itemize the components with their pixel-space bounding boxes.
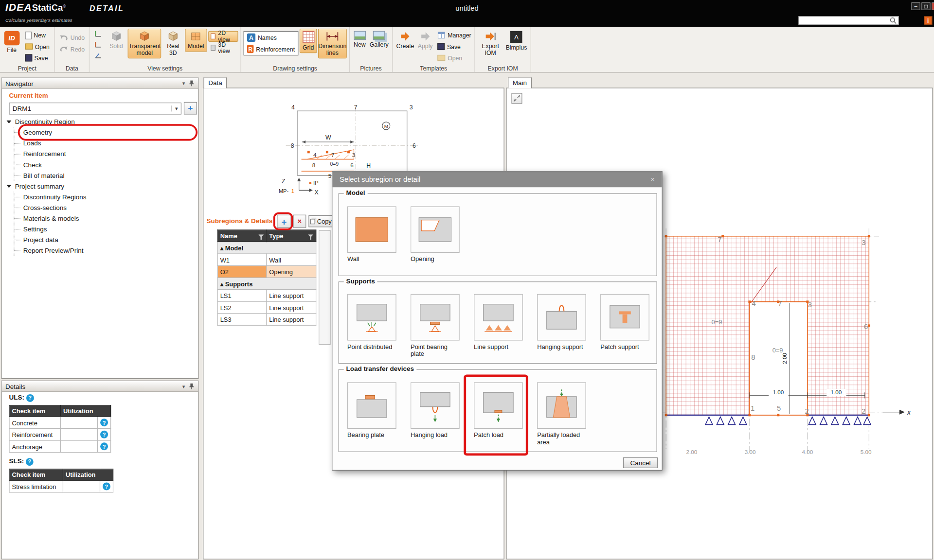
bimplus-button[interactable]: Λ Bimplus <box>504 29 528 53</box>
ribbon-group-pictures: New Gallery Pictures <box>350 27 393 72</box>
transparent-model-button[interactable]: Transparent model <box>128 29 162 58</box>
chevron-down-icon[interactable]: ▾ <box>182 383 185 389</box>
patch-support-icon <box>604 300 646 334</box>
marker-m: M <box>384 123 388 129</box>
table-scrollbar-track[interactable] <box>319 230 331 345</box>
groupbox-supports: Supports Point distributed Point bearing… <box>339 281 657 364</box>
tree-section-project-summary[interactable]: Project summary <box>6 181 195 192</box>
file-button[interactable]: ID File <box>2 29 21 55</box>
tree-item-loads[interactable]: Loads <box>14 138 195 148</box>
tree-item-geometry[interactable]: Geometry <box>14 127 195 138</box>
help-icon[interactable]: ? <box>100 419 108 427</box>
dimension-lines-button[interactable]: Dimension lines <box>318 29 347 58</box>
tree-section-discontinuity-region[interactable]: Discontinuity Region <box>6 116 195 127</box>
real-3d-button[interactable]: Real 3D <box>162 29 183 58</box>
table-row[interactable]: LS3 Line support <box>217 314 316 326</box>
dialog-item-point-distributed[interactable]: Point distributed <box>347 294 397 350</box>
group-row-model[interactable]: ▴ Model <box>217 242 316 254</box>
pin-icon[interactable] <box>189 383 195 389</box>
save-project-button[interactable]: Save <box>22 52 52 63</box>
view-2d-button[interactable]: 2D view <box>208 31 238 42</box>
dialog-close-icon[interactable]: × <box>650 175 655 184</box>
view-axis-xz-button[interactable] <box>92 39 105 50</box>
help-icon[interactable]: ? <box>103 483 110 490</box>
feedback-button[interactable]: i <box>924 16 932 25</box>
ribbon-group-templates: Create Apply Manager Save Open Templates <box>393 27 475 72</box>
view-axis-xy-button[interactable] <box>92 29 105 39</box>
group-row-supports[interactable]: ▴ Supports <box>217 278 316 290</box>
tree-item-check[interactable]: Check <box>14 159 195 170</box>
filter-icon[interactable] <box>308 234 313 240</box>
table-row[interactable]: Stress limitation ? <box>9 480 113 492</box>
tree-item-cross-sections[interactable]: Cross-sections <box>14 202 195 213</box>
table-row[interactable]: LS1 Line support <box>217 290 316 302</box>
solid-view-button[interactable]: Solid <box>106 29 126 52</box>
copy-subregion-button[interactable]: Copy <box>308 215 334 228</box>
tree-item-report-preview-print[interactable]: Report Preview/Print <box>14 245 195 256</box>
tree-item-reinforcement[interactable]: Reinforcement <box>14 148 195 159</box>
minimize-button[interactable]: – <box>911 2 920 10</box>
table-row[interactable]: Concrete ? <box>9 417 111 429</box>
add-subregion-button[interactable]: + <box>277 215 291 228</box>
table-row[interactable]: W1 Wall <box>217 254 316 266</box>
close-button[interactable]: × <box>932 2 934 10</box>
export-iom-button[interactable]: Export IOM <box>477 29 503 58</box>
dialog-item-hanging-load[interactable]: Hanging load <box>411 382 461 438</box>
chevron-down-icon[interactable]: ▾ <box>182 80 185 86</box>
tree-item-settings[interactable]: Settings <box>14 224 195 234</box>
delete-subregion-button[interactable]: × <box>293 215 306 228</box>
hanging-support-icon <box>541 300 583 334</box>
model-view-button[interactable]: Model <box>185 29 207 52</box>
dialog-item-hanging-support[interactable]: Hanging support <box>537 294 587 350</box>
redo-button[interactable]: Redo <box>57 44 87 54</box>
template-create-button[interactable]: Create <box>395 29 415 52</box>
picture-gallery-button[interactable]: Gallery <box>368 29 390 50</box>
filter-icon[interactable] <box>258 234 264 240</box>
template-apply-button[interactable]: Apply <box>416 29 434 52</box>
current-item-dropdown[interactable]: DRM1 ▾ <box>9 103 181 115</box>
group-label-export: Export IOM <box>475 65 531 71</box>
view-3d-button[interactable]: 3D view <box>208 42 238 53</box>
help-icon[interactable]: ? <box>26 394 34 402</box>
dialog-item-wall[interactable]: Wall <box>347 206 397 262</box>
tab-data[interactable]: Data <box>203 77 227 88</box>
table-row[interactable]: Anchorage ? <box>9 440 111 453</box>
open-project-button[interactable]: Open <box>22 41 52 52</box>
help-icon[interactable]: ? <box>100 431 108 438</box>
dialog-item-patch-load[interactable]: Patch load <box>474 382 524 438</box>
search-input[interactable] <box>799 17 889 24</box>
tree-item-discontinuity-regions[interactable]: Discontinuity Regions <box>14 192 195 202</box>
undo-button[interactable]: Undo <box>57 32 87 43</box>
tree-item-project-data[interactable]: Project data <box>14 234 195 245</box>
dialog-item-partially-loaded-area[interactable]: Partially loaded area <box>537 382 587 445</box>
pin-icon[interactable] <box>189 80 195 86</box>
dialog-item-patch-support[interactable]: Patch support <box>600 294 650 350</box>
dialog-item-opening[interactable]: Opening <box>411 206 461 262</box>
new-project-button[interactable]: New <box>22 30 52 40</box>
template-open-button[interactable]: Open <box>435 52 473 63</box>
view-axis-yz-button[interactable] <box>92 50 105 60</box>
template-manager-button[interactable]: Manager <box>435 30 473 40</box>
add-region-button[interactable]: + <box>184 102 197 115</box>
picture-new-button[interactable]: New <box>352 29 367 50</box>
table-row[interactable]: Reinforcement ? <box>9 428 111 440</box>
dialog-item-bearing-plate[interactable]: Bearing plate <box>347 382 397 438</box>
help-icon[interactable]: ? <box>100 443 108 451</box>
chevron-down-icon: ▾ <box>172 105 178 111</box>
cancel-button[interactable]: Cancel <box>623 457 658 468</box>
help-icon[interactable]: ? <box>26 458 34 466</box>
dialog-item-line-support[interactable]: Line support <box>474 294 524 350</box>
dialog-titlebar[interactable]: Select subregion or detail × <box>332 172 662 187</box>
template-save-button[interactable]: Save <box>435 41 473 52</box>
names-toggle-button[interactable]: ANames <box>245 32 297 43</box>
tree-item-materials-models[interactable]: Materials & models <box>14 213 195 224</box>
table-row[interactable]: LS2 Line support <box>217 301 316 314</box>
dialog-item-point-bearing-plate[interactable]: Point bearing plate <box>411 294 461 357</box>
grid-button[interactable]: Grid <box>300 29 317 53</box>
table-row-selected[interactable]: O2 Opening <box>217 266 316 278</box>
supports <box>705 417 871 425</box>
tree-item-bill-of-material[interactable]: Bill of material <box>14 170 195 181</box>
tab-main[interactable]: Main <box>508 77 532 88</box>
maximize-button[interactable] <box>921 2 930 10</box>
reinforcement-toggle-button[interactable]: RReinforcement <box>245 44 297 54</box>
